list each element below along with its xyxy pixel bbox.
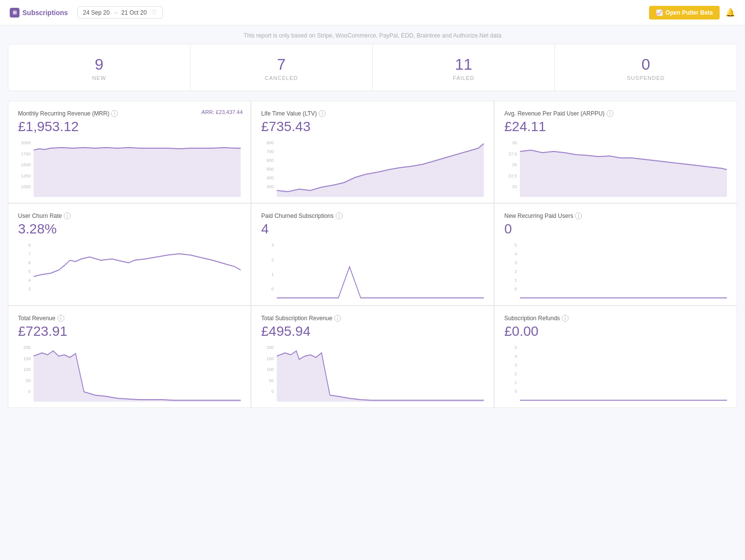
chart-container xyxy=(520,241,727,299)
y-axis-label: 5 xyxy=(18,269,31,274)
y-axis: 20001750150012501000 xyxy=(18,138,34,197)
date-range-picker[interactable]: 24 Sep 20 → 21 Oct 20 ♡ xyxy=(77,6,163,19)
metric-title-text: Paid Churned Subscriptions xyxy=(261,212,334,219)
chart-area xyxy=(34,138,241,197)
y-axis-label: 0 xyxy=(261,287,274,291)
chart-container xyxy=(34,241,241,299)
info-icon[interactable]: i xyxy=(336,212,343,219)
metric-card: Monthly Recurring Revenue (MRR) i ARR: £… xyxy=(8,101,251,203)
y-axis-label: 100 xyxy=(18,367,31,372)
summary-value: 7 xyxy=(198,56,364,73)
y-axis-label: 5 xyxy=(504,345,517,350)
metric-title: Total Revenue i xyxy=(18,315,241,322)
y-axis-label: 0 xyxy=(18,389,31,394)
summary-row: 9 NEW 7 CANCELED 11 FAILED 0 SUSPENDED xyxy=(8,44,737,91)
y-axis: 876543 xyxy=(18,241,34,299)
header: ⊞ Subscriptions 24 Sep 20 → 21 Oct 20 ♡ … xyxy=(0,0,745,25)
info-icon[interactable]: i xyxy=(334,315,341,322)
y-axis-label: 50 xyxy=(261,378,274,383)
y-axis-label: 1 xyxy=(504,380,517,385)
chart-container xyxy=(520,138,727,197)
metric-value: £723.91 xyxy=(18,324,241,339)
y-axis-label: 1750 xyxy=(18,152,31,156)
chart-wrapper: 543210 xyxy=(504,343,727,402)
notice-text: This report is only based on Stripe, Woo… xyxy=(244,32,501,39)
y-axis-label: 30 xyxy=(504,140,517,145)
date-to: 21 Oct 20 xyxy=(121,9,147,16)
summary-value: 9 xyxy=(16,56,182,73)
y-axis-label: 200 xyxy=(18,345,31,350)
y-axis: 543210 xyxy=(504,241,520,299)
y-axis-label: 0 xyxy=(261,389,274,394)
summary-label: NEW xyxy=(16,75,182,81)
chart-container xyxy=(520,343,727,402)
metric-value: 3.28% xyxy=(18,221,241,237)
y-axis-label: 4 xyxy=(18,278,31,283)
chart-container xyxy=(34,343,241,402)
chart-wrapper: 800700600500400300 xyxy=(261,138,484,197)
y-axis-label: 4 xyxy=(504,251,517,256)
y-axis-label: 0 xyxy=(504,389,517,394)
metric-title-text: User Churn Rate xyxy=(18,212,62,219)
chart-wrapper: 876543 xyxy=(18,241,241,299)
summary-card: 9 NEW xyxy=(8,44,191,91)
y-axis-label: 1250 xyxy=(18,174,31,178)
y-axis: 800700600500400300 xyxy=(261,138,277,197)
logo-icon: ⊞ xyxy=(10,8,19,18)
metric-value: £1,953.12 xyxy=(18,119,241,135)
y-axis-label: 1 xyxy=(504,278,517,283)
y-axis-label: 3 xyxy=(504,260,517,265)
metrics-grid: Monthly Recurring Revenue (MRR) i ARR: £… xyxy=(8,101,737,408)
metric-title: Avg. Revenue Per Paid User (ARPPU) i xyxy=(504,110,727,117)
summary-label: SUSPENDED xyxy=(563,75,729,81)
y-axis-label: 400 xyxy=(261,175,274,180)
y-axis-label: 5 xyxy=(504,243,517,248)
info-icon[interactable]: i xyxy=(562,315,569,322)
metric-title-text: Monthly Recurring Revenue (MRR) xyxy=(18,110,109,117)
y-axis-label: 150 xyxy=(261,356,274,361)
y-axis-label: 2 xyxy=(504,371,517,376)
header-actions: 📈 Open Putler Beta 🔔 xyxy=(649,6,735,19)
chart-area xyxy=(277,241,484,299)
chart-wrapper: 3027.52522.520 xyxy=(504,138,727,197)
y-axis-label: 600 xyxy=(261,158,274,163)
notice-bar: This report is only based on Stripe, Woo… xyxy=(0,25,745,44)
info-icon[interactable]: i xyxy=(57,315,64,322)
metric-card: New Recurring Paid Users i 0 543210 xyxy=(494,203,737,306)
y-axis: 200150100500 xyxy=(18,343,34,402)
y-axis-label: 1500 xyxy=(18,162,31,167)
y-axis-label: 22.5 xyxy=(504,174,517,178)
chart-wrapper: 20001750150012501000 xyxy=(18,138,241,197)
notification-icon[interactable]: 🔔 xyxy=(726,8,735,17)
info-icon[interactable]: i xyxy=(575,212,582,219)
metric-title-text: Avg. Revenue Per Paid User (ARPPU) xyxy=(504,110,605,117)
metric-title: Life Time Value (LTV) i xyxy=(261,110,484,117)
y-axis: 200150100500 xyxy=(261,343,277,402)
summary-card: 11 FAILED xyxy=(373,44,555,91)
favorite-button[interactable]: ♡ xyxy=(152,9,157,16)
info-icon[interactable]: i xyxy=(111,110,118,117)
metric-value: £735.43 xyxy=(261,119,484,135)
info-icon[interactable]: i xyxy=(64,212,71,219)
chart-area xyxy=(520,343,727,402)
open-putler-button[interactable]: 📈 Open Putler Beta xyxy=(649,6,720,19)
metric-title: Paid Churned Subscriptions i xyxy=(261,212,484,219)
chart-wrapper: 3210 xyxy=(261,241,484,299)
info-icon[interactable]: i xyxy=(319,110,325,117)
chart-icon: 📈 xyxy=(656,9,663,16)
summary-value: 0 xyxy=(563,56,729,73)
y-axis-label: 2 xyxy=(504,269,517,274)
y-axis-label: 20 xyxy=(504,184,517,189)
y-axis-label: 25 xyxy=(504,162,517,167)
summary-label: CANCELED xyxy=(198,75,364,81)
info-icon[interactable]: i xyxy=(607,110,613,117)
chart-area xyxy=(520,241,727,299)
arr-badge: ARR: £23,437.44 xyxy=(202,109,243,115)
y-axis-label: 700 xyxy=(261,149,274,154)
metric-card: Total Revenue i £723.91 200150100500 xyxy=(8,306,251,408)
chart-wrapper: 200150100500 xyxy=(261,343,484,402)
metric-title: Subscription Refunds i xyxy=(504,315,727,322)
metric-title-text: Life Time Value (LTV) xyxy=(261,110,317,117)
date-from: 24 Sep 20 xyxy=(83,9,110,16)
metric-card: Subscription Refunds i £0.00 543210 xyxy=(494,306,737,408)
